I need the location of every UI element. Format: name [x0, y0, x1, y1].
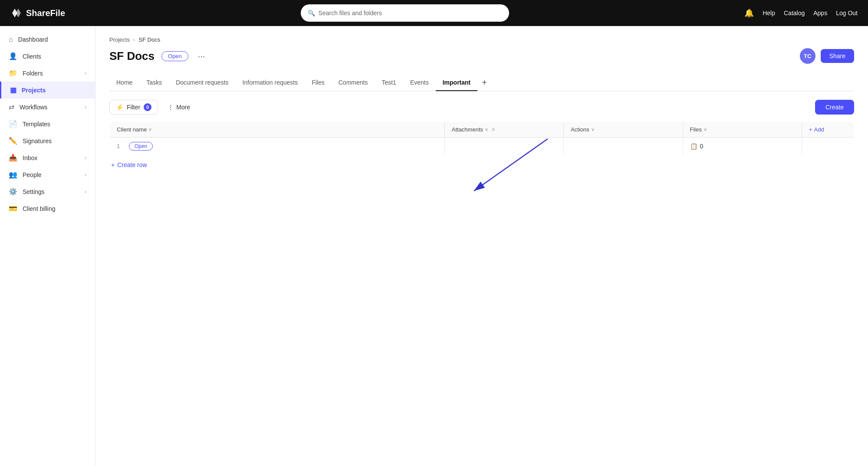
sidebar-item-templates[interactable]: 📄 Templates	[0, 115, 95, 132]
create-row-label: Create row	[117, 161, 147, 168]
col-header-client-name[interactable]: Client name ∨	[110, 121, 445, 137]
filter-button[interactable]: ⚡ Filter 0	[109, 100, 158, 115]
tabs-bar: Home Tasks Document requests Information…	[109, 74, 854, 91]
gear-icon: ⚙️	[9, 187, 17, 196]
folder-icon: 📁	[9, 69, 17, 77]
flow-icon: ⇄	[9, 103, 14, 111]
tab-document-requests[interactable]: Document requests	[169, 75, 235, 91]
sidebar-label-dashboard: Dashboard	[18, 36, 48, 43]
client-name-label: Client name	[117, 126, 147, 133]
cell-client-name[interactable]: 1 Open	[110, 137, 445, 155]
sidebar-item-dashboard[interactable]: ⌂ Dashboard	[0, 31, 95, 48]
file-cell-icon: 📋	[690, 143, 697, 150]
notifications-icon[interactable]: 🔔	[744, 8, 754, 18]
tab-tasks[interactable]: Tasks	[139, 75, 169, 91]
table-row: 1 Open 📋 0	[110, 137, 854, 155]
actions-label: Actions	[571, 126, 589, 133]
logout-link[interactable]: Log Out	[836, 10, 858, 16]
page-header: SF Docs Open ··· TC Share	[109, 48, 854, 64]
data-table: Client name ∨ Attachments ∨ ≡	[109, 121, 854, 155]
sidebar-item-signatures[interactable]: ✏️ Signatures	[0, 132, 95, 149]
add-tab-button[interactable]: +	[477, 74, 491, 91]
cell-files[interactable]: 📋 0	[683, 137, 802, 155]
help-link[interactable]: Help	[763, 10, 775, 16]
cell-actions[interactable]	[564, 137, 683, 155]
add-col-label: Add	[814, 126, 824, 133]
sidebar-label-templates: Templates	[23, 121, 50, 128]
attachments-label: Attachments	[452, 126, 483, 133]
filter-icon: ⚡	[116, 104, 123, 111]
sidebar-item-clients[interactable]: 👤 Clients	[0, 48, 95, 65]
breadcrumb-parent[interactable]: Projects	[109, 36, 130, 43]
status-badge: Open	[161, 51, 188, 61]
sidebar-item-workflows[interactable]: ⇄ Workflows ›	[0, 98, 95, 115]
create-row-button[interactable]: + Create row	[109, 157, 149, 173]
col-header-attachments[interactable]: Attachments ∨ ≡	[444, 121, 563, 137]
sidebar-item-people[interactable]: 👥 People ›	[0, 166, 95, 183]
avatar: TC	[800, 48, 815, 64]
chevron-right-icon-people: ›	[85, 172, 86, 178]
more-options-toolbar-button[interactable]: ⋮ More	[163, 101, 194, 114]
add-col-icon: +	[809, 126, 812, 133]
person-icon: 👤	[9, 52, 17, 60]
more-options-button[interactable]: ···	[195, 50, 208, 62]
apps-link[interactable]: Apps	[813, 10, 827, 16]
catalog-link[interactable]: Catalog	[784, 10, 805, 16]
toolbar: ⚡ Filter 0 ⋮ More Create	[109, 100, 854, 115]
files-count: 0	[700, 143, 704, 150]
sidebar-item-client-billing[interactable]: 💳 Client billing	[0, 200, 95, 217]
sidebar-label-billing: Client billing	[23, 205, 55, 212]
cell-add	[802, 137, 854, 155]
sidebar-label-clients: Clients	[23, 53, 41, 60]
page-title: SF Docs	[109, 49, 155, 63]
sidebar-label-folders: Folders	[23, 70, 43, 77]
house-icon: ⌂	[9, 36, 13, 43]
sidebar-label-projects: Projects	[22, 87, 46, 94]
row-status-badge: Open	[129, 142, 153, 151]
sidebar-item-projects[interactable]: ▦ Projects	[0, 82, 95, 98]
pen-icon: ✏️	[9, 137, 17, 145]
col-header-add[interactable]: + Add	[802, 121, 854, 137]
sort-chevron-icon: ∨	[148, 127, 152, 132]
billing-icon: 💳	[9, 204, 17, 213]
topnav-actions: 🔔 Help Catalog Apps Log Out	[744, 8, 858, 18]
filter-label: Filter	[127, 104, 140, 111]
file-text-icon: 📄	[9, 120, 17, 128]
row-number: 1	[117, 143, 127, 149]
reorder-icon: ≡	[492, 126, 495, 132]
tab-events[interactable]: Events	[403, 75, 436, 91]
app-name: ShareFile	[26, 8, 65, 18]
cell-attachments[interactable]	[444, 137, 563, 155]
tab-important[interactable]: Important	[436, 75, 478, 91]
plus-icon: +	[111, 161, 115, 168]
breadcrumb-current: SF Docs	[138, 36, 160, 43]
tab-test1[interactable]: Test1	[375, 75, 403, 91]
sidebar-label-workflows: Workflows	[20, 104, 47, 111]
sidebar-item-folders[interactable]: 📁 Folders ›	[0, 65, 95, 82]
chevron-right-icon: ›	[85, 70, 86, 76]
app-logo[interactable]: ShareFile	[10, 7, 65, 19]
dots-icon: ⋮	[168, 104, 174, 111]
sidebar-label-inbox: Inbox	[23, 154, 37, 161]
grid-icon: ▦	[10, 86, 16, 94]
sidebar-item-inbox[interactable]: 📥 Inbox ›	[0, 149, 95, 166]
chevron-right-icon-settings: ›	[85, 189, 86, 195]
sidebar-item-settings[interactable]: ⚙️ Settings ›	[0, 183, 95, 200]
sort-chevron-files-icon: ∨	[704, 127, 707, 132]
tab-files[interactable]: Files	[305, 75, 332, 91]
search-area: 🔍 Search files and folders	[74, 4, 736, 22]
search-input[interactable]: 🔍 Search files and folders	[301, 4, 509, 22]
create-button[interactable]: Create	[815, 100, 854, 115]
sidebar-label-settings: Settings	[23, 188, 45, 195]
files-label: Files	[690, 126, 702, 133]
tab-home[interactable]: Home	[109, 75, 139, 91]
sort-chevron-actions-icon: ∨	[591, 127, 595, 132]
header-right: TC Share	[800, 48, 854, 64]
col-header-actions[interactable]: Actions ∨	[564, 121, 683, 137]
sidebar-label-signatures: Signatures	[23, 138, 52, 144]
tab-information-requests[interactable]: Information requests	[236, 75, 305, 91]
main-layout: ⌂ Dashboard 👤 Clients 📁 Folders › ▦ Proj…	[0, 26, 868, 466]
share-button[interactable]: Share	[821, 49, 854, 63]
col-header-files[interactable]: Files ∨	[683, 121, 802, 137]
tab-comments[interactable]: Comments	[332, 75, 375, 91]
